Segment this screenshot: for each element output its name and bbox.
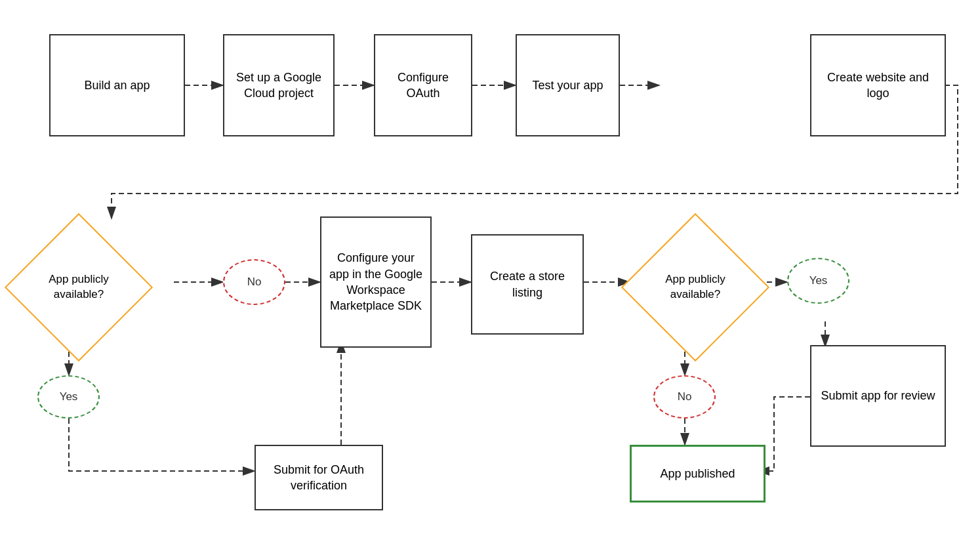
diamond-1-wrap: App publicly available? xyxy=(10,218,148,356)
submit-oauth-label: Submit for OAuth verification xyxy=(261,462,377,494)
create-website-label: Create website and logo xyxy=(817,70,939,102)
test-app-box: Test your app xyxy=(516,34,620,136)
no-oval-2: No xyxy=(653,375,716,419)
configure-oauth-box: Configure OAuth xyxy=(374,34,472,136)
diamond-2-wrap: App publicly available? xyxy=(626,218,764,356)
configure-workspace-box: Configure your app in the Google Workspa… xyxy=(320,216,432,348)
yes-oval-1: Yes xyxy=(37,375,100,419)
configure-workspace-label: Configure your app in the Google Workspa… xyxy=(327,250,425,314)
diamond-2-label: App publicly available? xyxy=(653,272,738,302)
yes-oval-2: Yes xyxy=(787,258,849,304)
app-published-box: App published xyxy=(630,445,766,503)
yes-oval-1-label: Yes xyxy=(60,390,78,403)
build-app-label: Build an app xyxy=(84,77,150,93)
app-published-label: App published xyxy=(660,466,735,482)
create-website-box: Create website and logo xyxy=(810,34,946,136)
google-cloud-box: Set up a Google Cloud project xyxy=(223,34,335,136)
configure-oauth-label: Configure OAuth xyxy=(380,70,466,102)
submit-review-label: Submit app for review xyxy=(821,388,935,403)
submit-review-box: Submit app for review xyxy=(810,345,946,447)
build-app-box: Build an app xyxy=(49,34,185,136)
yes-oval-2-label: Yes xyxy=(809,274,828,287)
submit-oauth-box: Submit for OAuth verification xyxy=(255,445,383,510)
no-oval-1: No xyxy=(223,259,285,305)
create-store-label: Create a store listing xyxy=(478,268,577,300)
flowchart-diagram: Build an app Set up a Google Cloud proje… xyxy=(0,0,980,534)
test-app-label: Test your app xyxy=(532,77,603,93)
diamond-1-label: App publicly available? xyxy=(36,272,121,302)
google-cloud-label: Set up a Google Cloud project xyxy=(230,70,328,102)
create-store-box: Create a store listing xyxy=(471,234,584,335)
no-oval-2-label: No xyxy=(678,390,692,403)
no-oval-1-label: No xyxy=(247,276,262,289)
